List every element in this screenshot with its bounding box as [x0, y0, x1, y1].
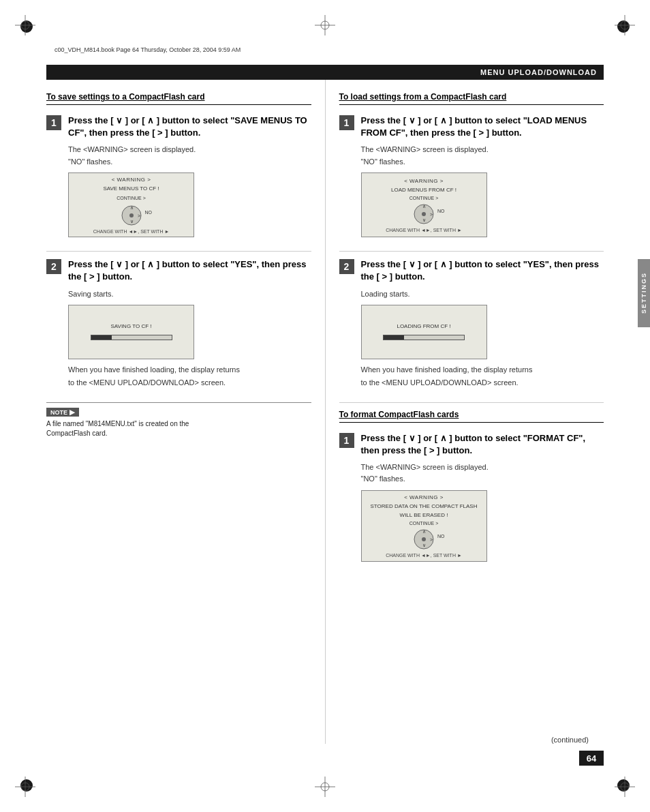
right-step-separator-1 — [339, 251, 604, 252]
left-step-1-desc2: "NO" flashes. — [68, 157, 311, 167]
right-step-2-after2: to the <MENU UPLOAD/DOWNLOAD> screen. — [361, 378, 604, 388]
svg-text:>: > — [430, 212, 433, 217]
header-title: MENU UPLOAD/DOWNLOAD — [480, 68, 597, 76]
right-step-1-desc1: The <WARNING> screen is displayed. — [361, 145, 604, 155]
crosshair-br — [615, 777, 635, 797]
svg-text:∧: ∧ — [422, 204, 426, 209]
left-step-1-number: 1 — [46, 115, 61, 130]
right-lcd-1-nav-circle: ∧ ∨ > — [413, 203, 435, 225]
svg-point-27 — [422, 212, 426, 216]
left-lcd-2-menu: SAVING TO CF ! — [110, 323, 151, 329]
right-step-2-instruction: Press the [ ∨ ] or [ ∧ ] button to selec… — [361, 258, 604, 283]
note-text-1: A file named "M814MENU.txt" is created o… — [46, 419, 311, 429]
right-progress-bar — [383, 335, 465, 340]
left-lcd-1-bottom: CHANGE WITH ◄►, SET WITH ► — [93, 229, 170, 234]
left-step-1: 1 Press the [ ∨ ] or [ ∧ ] button to sel… — [46, 115, 311, 243]
right-lcd-1-continue: CONTINUE > — [409, 196, 439, 200]
left-step-2: 2 Press the [ ∨ ] or [ ∧ ] button to sel… — [46, 258, 311, 394]
right-step-1-number: 1 — [339, 115, 354, 130]
main-content: To save settings to a CompactFlash card … — [46, 80, 604, 744]
left-lcd-1-title: < WARNING > — [112, 177, 151, 183]
right-step-2-content: Press the [ ∨ ] or [ ∧ ] button to selec… — [361, 258, 604, 394]
svg-point-22 — [129, 213, 134, 217]
right-lcd-3: < WARNING > STORED DATA ON THE COMPACT F… — [361, 490, 487, 562]
left-step-2-after1: When you have finished loading, the disp… — [68, 365, 311, 375]
note-label: NOTE ▶ — [46, 408, 79, 417]
left-lcd-1-continue: CONTINUE > — [117, 196, 146, 200]
right-step-1-instruction: Press the [ ∨ ] or [ ∧ ] button to selec… — [361, 115, 604, 139]
right-progress-fill — [384, 335, 404, 340]
right-step-2-number: 2 — [339, 259, 354, 274]
right-lcd-1-no: NO — [437, 209, 445, 213]
continued-text: (continued) — [551, 736, 589, 744]
right-lcd-3-menu1: STORED DATA ON THE COMPACT FLASH — [371, 503, 478, 510]
right-step-1-content: Press the [ ∨ ] or [ ∧ ] button to selec… — [361, 115, 604, 243]
left-step-2-desc: Saving starts. — [68, 289, 311, 299]
svg-text:>: > — [137, 213, 140, 218]
svg-text:∨: ∨ — [422, 543, 426, 547]
right-step-2-after1: When you have finished loading, the disp… — [361, 365, 604, 375]
svg-text:>: > — [430, 537, 433, 542]
right-step-3-content: Press the [ ∨ ] or [ ∧ ] button to selec… — [361, 432, 604, 567]
svg-text:∧: ∧ — [422, 529, 426, 534]
left-column: To save settings to a CompactFlash card … — [46, 80, 326, 744]
right-lcd-1: < WARNING > LOAD MENUS FROM CF ! CONTINU… — [361, 172, 487, 237]
left-step-2-after2: to the <MENU UPLOAD/DOWNLOAD> screen. — [68, 378, 311, 388]
left-lcd-2: SAVING TO CF ! — [68, 305, 194, 359]
right-lcd-2-menu: LOADING FROM CF ! — [397, 323, 450, 329]
right-step-3-desc2: "NO" flashes. — [361, 474, 604, 484]
svg-text:∧: ∧ — [129, 205, 133, 210]
left-step-1-desc1: The <WARNING> screen is displayed. — [68, 145, 311, 155]
header-bar: MENU UPLOAD/DOWNLOAD — [46, 65, 604, 80]
svg-text:∨: ∨ — [129, 219, 133, 224]
left-lcd-1-menu: SAVE MENUS TO CF ! — [103, 185, 159, 192]
left-step-separator — [46, 251, 311, 252]
left-step-2-number: 2 — [46, 259, 61, 274]
right-column: To load settings from a CompactFlash car… — [326, 80, 604, 744]
note-text-2: CompactFlash card. — [46, 429, 311, 438]
right-lcd-3-menu2: WILL BE ERASED ! — [400, 512, 448, 518]
right-lcd-2: LOADING FROM CF ! — [361, 305, 487, 359]
right-step-3-desc1: The <WARNING> screen is displayed. — [361, 462, 604, 472]
file-info: c00_VDH_M814.book Page 64 Thursday, Octo… — [55, 46, 241, 53]
left-step-1-instruction: Press the [ ∨ ] or [ ∧ ] button to selec… — [68, 115, 311, 139]
right-step-1-desc2: "NO" flashes. — [361, 157, 604, 167]
left-step-1-content: Press the [ ∨ ] or [ ∧ ] button to selec… — [68, 115, 311, 243]
right-step-3-instruction: Press the [ ∨ ] or [ ∧ ] button to selec… — [361, 432, 604, 457]
settings-tab-label: SETTINGS — [640, 272, 647, 314]
right-lcd-3-bottom: CHANGE WITH ◄►, SET WITH ► — [386, 553, 462, 558]
right-step-separator-2 — [339, 402, 604, 403]
settings-tab: SETTINGS — [638, 259, 650, 327]
crosshair-tr — [615, 15, 635, 35]
left-lcd-1: < WARNING > SAVE MENUS TO CF ! CONTINUE … — [68, 172, 194, 237]
right-step-1: 1 Press the [ ∨ ] or [ ∧ ] button to sel… — [339, 115, 604, 243]
right-step-2-desc: Loading starts. — [361, 289, 604, 299]
right-section1-title: To load settings from a CompactFlash car… — [339, 92, 604, 105]
left-progress-bar — [91, 335, 172, 340]
left-step-2-content: Press the [ ∨ ] or [ ∧ ] button to selec… — [68, 258, 311, 394]
left-progress-fill — [91, 335, 112, 340]
left-section-title: To save settings to a CompactFlash card — [46, 92, 311, 105]
svg-text:∨: ∨ — [422, 217, 426, 222]
right-lcd-3-title: < WARNING > — [404, 494, 444, 500]
right-step-3-number: 1 — [339, 433, 354, 448]
left-step-2-instruction: Press the [ ∨ ] or [ ∧ ] button to selec… — [68, 258, 311, 283]
crosshair-tc — [315, 15, 335, 35]
right-lcd-3-no: NO — [437, 534, 445, 539]
right-section2-title: To format CompactFlash cards — [339, 410, 604, 423]
page-number: 64 — [579, 751, 604, 766]
right-lcd-3-continue: CONTINUE > — [409, 521, 439, 526]
crosshair-bc — [315, 777, 335, 797]
right-lcd-3-nav-circle: ∧ ∨ > — [413, 528, 435, 550]
crosshair-bl — [15, 777, 35, 797]
right-step-2: 2 Press the [ ∨ ] or [ ∧ ] button to sel… — [339, 258, 604, 394]
crosshair-tl — [15, 15, 35, 35]
right-step-3: 1 Press the [ ∨ ] or [ ∧ ] button to sel… — [339, 432, 604, 567]
right-lcd-1-title: < WARNING > — [404, 178, 444, 184]
right-lcd-1-bottom: CHANGE WITH ◄►, SET WITH ► — [386, 228, 462, 232]
left-lcd-1-no: NO — [145, 210, 153, 215]
svg-point-32 — [422, 537, 426, 541]
left-note: NOTE ▶ A file named "M814MENU.txt" is cr… — [46, 402, 311, 439]
left-lcd-1-nav-circle: ∧ ∨ > — [121, 205, 142, 226]
right-lcd-1-menu: LOAD MENUS FROM CF ! — [391, 187, 456, 193]
